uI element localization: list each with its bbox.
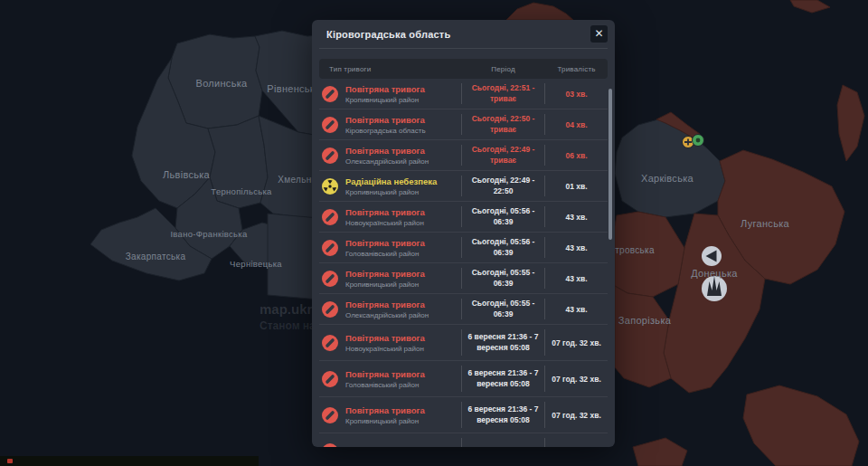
modal-title: Кіровоградська область xyxy=(326,20,450,48)
column-header-duration: Тривалість xyxy=(545,65,608,73)
region-shape-zaporizhzhia[interactable] xyxy=(615,286,671,387)
region-shape-south-east[interactable] xyxy=(743,385,859,466)
alert-duration: 07 год. 32 хв. xyxy=(545,411,608,420)
alert-row: Повітряна тривога Новоукраїнський район … xyxy=(319,201,608,232)
alert-period: Сьогодні, 22:51 - триває xyxy=(461,83,545,104)
alert-duration: 06 хв. xyxy=(545,151,608,160)
alert-icon-wrap xyxy=(322,301,338,318)
alert-icon-wrap xyxy=(322,240,338,256)
column-header-type: Тип тривоги xyxy=(319,65,461,73)
alert-type-cell: Радіаційна небезпека Кропивницький район xyxy=(345,176,461,196)
alert-duration: 07 год. 32 хв. xyxy=(545,375,608,384)
column-header-period: Період xyxy=(461,65,545,73)
alert-type-cell: Повітряна тривога Олександрійський район xyxy=(345,146,461,166)
alert-type-label: Радіаційна небезпека xyxy=(345,176,461,186)
alert-period: Сьогодні, 05:56 - 06:39 xyxy=(461,237,545,258)
alert-type-label: Повітряна тривога xyxy=(345,333,461,343)
table-header: Тип тривоги Період Тривалість xyxy=(319,59,608,79)
air-alert-icon xyxy=(322,117,338,133)
alert-type-label: Повітряна тривога xyxy=(345,115,461,125)
alert-icon-wrap xyxy=(322,371,338,387)
alert-district-label: Кропивницький район xyxy=(345,281,461,289)
alert-type-label: Повітряна тривога xyxy=(345,269,461,279)
direction-arrow-icon xyxy=(702,246,722,266)
alert-type-cell: Повітряна тривога Новоукраїнський район xyxy=(345,207,461,227)
alert-duration: 43 хв. xyxy=(545,213,608,222)
alert-period: 6 вересня 21:36 - 7 вересня 05:08 xyxy=(461,329,545,356)
alert-district-label: Кропивницький район xyxy=(345,188,461,196)
alert-icon-wrap xyxy=(322,117,338,133)
alert-type-cell: Повітряна тривога Кропивницький район xyxy=(345,405,461,425)
alert-duration: 43 хв. xyxy=(545,305,608,314)
alert-icon-wrap xyxy=(322,86,338,102)
alert-district-label: Кропивницький район xyxy=(345,417,461,425)
alert-duration: 43 хв. xyxy=(545,243,608,252)
region-shape-ternopil[interactable] xyxy=(208,116,268,208)
alert-district-label: Кіровоградська область xyxy=(345,127,461,135)
alert-type-label: Повітряна тривога xyxy=(345,405,461,415)
alert-type-cell: Повітряна тривога Кропивницький район xyxy=(345,84,461,104)
air-alert-icon xyxy=(322,86,338,102)
air-alert-icon xyxy=(322,371,338,387)
alert-duration: 04 хв. xyxy=(545,120,608,129)
app-root: ВолинськаРівненськаЛьвівськаТернопільськ… xyxy=(0,0,868,466)
region-shape-south[interactable] xyxy=(633,438,687,466)
alert-icon-wrap xyxy=(322,335,338,351)
alert-row: Повітряна тривога Кропивницький район 6 … xyxy=(319,396,608,433)
alert-period: Сьогодні, 22:49 - триває xyxy=(461,145,545,166)
alert-icon-wrap xyxy=(322,147,338,164)
alert-row: Повітряна тривога Кропивницький район Сь… xyxy=(319,262,608,293)
air-alert-icon xyxy=(322,407,338,423)
alert-duration: 43 хв. xyxy=(545,274,608,283)
alert-duration: 07 год. 32 хв. xyxy=(545,338,608,347)
alert-type-label: Повітряна тривога xyxy=(345,207,461,217)
air-alert-icon xyxy=(322,240,338,256)
alert-type-label: Повітряна тривога xyxy=(345,300,461,309)
alert-row: Повітряна тривога Кропивницький район Сь… xyxy=(319,79,608,109)
region-shape-east-sliver[interactable] xyxy=(837,85,864,161)
alert-duration: 03 хв. xyxy=(545,90,608,99)
scrollbar-thumb[interactable] xyxy=(609,89,612,240)
alert-modal: Кіровоградська область ✕ Тип тривоги Пер… xyxy=(312,20,615,447)
alert-row: Повітряна тривога Кіровоградська область… xyxy=(319,109,608,139)
alert-district-label: Олександрійський район xyxy=(345,157,461,166)
shelling-icon xyxy=(702,276,727,301)
air-alert-icon xyxy=(322,443,338,448)
region-shape-kharkiv[interactable] xyxy=(615,119,725,217)
alert-row: Радіаційна небезпека Кропивницький район… xyxy=(319,170,608,201)
alert-period: 6 вересня 21:36 - 7 вересня 05:08 xyxy=(461,402,545,428)
region-shape-top-right[interactable] xyxy=(790,0,830,13)
alert-period: 6 вересня 21:36 - 7 вересня 05:08 xyxy=(461,366,545,392)
alert-row: Повітряна тривога Новоукраїнський район … xyxy=(319,324,608,360)
alert-district-label: Кропивницький район xyxy=(345,96,461,104)
alert-icon-wrap xyxy=(322,178,338,195)
alert-type-cell: Повітряна тривога Голованівський район xyxy=(345,369,461,389)
air-alert-icon xyxy=(322,301,338,318)
alert-type-cell: Повітряна тривога Олександрійський район xyxy=(345,300,461,319)
alert-type-cell: Повітряна тривога Голованівський район xyxy=(345,238,461,258)
alert-type-cell: Повітряна тривога Новоукраїнський район xyxy=(345,333,461,353)
alert-icon-wrap xyxy=(322,407,338,423)
air-alert-icon xyxy=(322,147,338,164)
red-dot-icon xyxy=(7,459,13,463)
region-shape-top-north[interactable] xyxy=(506,3,573,20)
alert-type-label: Повітряна тривога xyxy=(345,238,461,248)
region-shape-dnipro[interactable] xyxy=(615,212,684,297)
alert-period: Сьогодні, 22:49 - 22:50 xyxy=(461,176,545,196)
close-button[interactable]: ✕ xyxy=(590,25,608,43)
alert-icon-wrap xyxy=(322,443,338,448)
radiation-icon xyxy=(322,178,338,195)
alert-district-label: Голованівський район xyxy=(345,250,461,258)
alert-period xyxy=(461,438,545,447)
alert-period: Сьогодні, 05:55 - 06:39 xyxy=(461,299,545,319)
alert-row: Повітряна тривога Голованівський район С… xyxy=(319,232,608,262)
alert-row: Повітряна тривога Олександрійський район… xyxy=(319,139,608,170)
alert-district-label: Новоукраїнський район xyxy=(345,345,461,353)
marker-green-icon xyxy=(693,135,704,147)
bottom-bar xyxy=(0,456,259,466)
air-alert-icon xyxy=(322,209,338,225)
alert-icon-wrap xyxy=(322,209,338,225)
alert-period: Сьогодні, 22:50 - триває xyxy=(461,114,545,135)
alert-period: Сьогодні, 05:55 - 06:39 xyxy=(461,268,545,289)
modal-header: Кіровоградська область ✕ xyxy=(319,20,608,49)
